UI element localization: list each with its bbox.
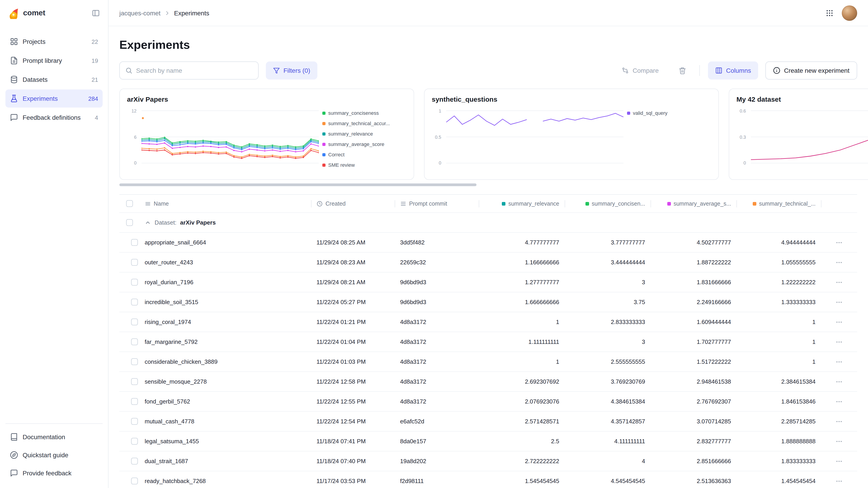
sidebar-item-quickstart-guide[interactable]: Quickstart guide [5, 447, 103, 464]
experiment-name-link[interactable]: incredible_soil_3515 [145, 299, 198, 305]
table-row[interactable]: legal_satsuma_145511/18/24 07:41 PM8da0e… [119, 431, 857, 451]
table-row[interactable]: sensible_mosque_227811/22/24 12:58 PM4d8… [119, 372, 857, 392]
table-row[interactable]: royal_durian_719611/29/24 08:21 AM9d6bd9… [119, 272, 857, 292]
chevron-up-icon[interactable] [145, 219, 151, 226]
row-checkbox[interactable] [131, 259, 138, 266]
column-header-created[interactable]: Created [311, 195, 395, 213]
experiment-name-link[interactable]: considerable_chicken_3889 [145, 358, 217, 365]
row-menu-button[interactable] [834, 277, 844, 288]
experiment-name-link[interactable]: rising_coral_1974 [145, 319, 191, 325]
row-menu-button[interactable] [834, 376, 844, 387]
breadcrumb-workspace[interactable]: jacques-comet [119, 9, 160, 17]
sidebar-item-documentation[interactable]: Documentation [5, 428, 103, 446]
prompt-commit-link[interactable]: 4d8a3172 [400, 319, 426, 325]
group-checkbox[interactable] [126, 219, 133, 226]
chart-card[interactable]: My 42 dataset0.60.30 [729, 89, 868, 180]
row-menu-button[interactable] [834, 436, 844, 447]
select-all-checkbox[interactable] [126, 200, 133, 207]
row-checkbox[interactable] [131, 478, 138, 484]
row-checkbox[interactable] [131, 378, 138, 385]
columns-button[interactable]: Columns [708, 61, 758, 79]
legend-item[interactable]: summary_relevance [322, 131, 398, 137]
row-menu-button[interactable] [834, 257, 844, 268]
experiment-name-link[interactable]: fond_gerbil_5762 [145, 398, 190, 405]
table-row[interactable]: dual_strait_168711/18/24 07:40 PM19a8d20… [119, 451, 857, 471]
legend-item[interactable]: summary_conciseness [322, 110, 398, 116]
create-new-experiment-button[interactable]: Create new experiment [766, 61, 857, 79]
row-checkbox[interactable] [131, 358, 138, 365]
legend-item[interactable]: SME review [322, 162, 398, 168]
row-menu-button[interactable] [834, 476, 844, 486]
prompt-commit-link[interactable]: 19a8d202 [400, 458, 426, 464]
chart-card[interactable]: arXiv Papers1260summary_concisenesssumma… [119, 89, 414, 180]
row-menu-button[interactable] [834, 356, 844, 367]
compare-button[interactable]: Compare [615, 61, 666, 79]
sidebar-item-feedback-definitions[interactable]: Feedback definitions4 [5, 108, 103, 127]
row-menu-button[interactable] [834, 336, 844, 347]
row-menu-button[interactable] [834, 297, 844, 307]
row-checkbox[interactable] [131, 338, 138, 345]
column-header-summary-relevance[interactable]: summary_relevance [479, 195, 565, 213]
table-row[interactable]: far_margarine_579211/22/24 01:04 PM4d8a3… [119, 332, 857, 352]
table-row[interactable]: ready_hatchback_726811/17/24 03:53 PMf2d… [119, 471, 857, 488]
prompt-commit-link[interactable]: e6afc52d [400, 418, 424, 425]
row-menu-button[interactable] [834, 317, 844, 327]
experiment-name-link[interactable]: royal_durian_7196 [145, 279, 193, 286]
sidebar-item-datasets[interactable]: Datasets21 [5, 70, 103, 89]
table-row[interactable]: appropriate_snail_666411/29/24 08:25 AM3… [119, 233, 857, 253]
sidebar-item-prompt-library[interactable]: Prompt library19 [5, 52, 103, 70]
experiment-name-link[interactable]: dual_strait_1687 [145, 458, 188, 464]
prompt-commit-link[interactable]: 4d8a3172 [400, 398, 426, 405]
row-checkbox[interactable] [131, 398, 138, 405]
row-checkbox[interactable] [131, 418, 138, 425]
prompt-commit-link[interactable]: 4d8a3172 [400, 338, 426, 345]
legend-item[interactable]: summary_average_score [322, 141, 398, 147]
apps-menu-button[interactable] [826, 9, 834, 17]
row-checkbox[interactable] [131, 239, 138, 246]
column-header-summary-conciseness[interactable]: summary_concisen... [565, 195, 651, 213]
experiment-name-link[interactable]: far_margarine_5792 [145, 338, 197, 345]
chart-card[interactable]: synthetic_questions10.50valid_sql_query [424, 89, 719, 180]
table-row[interactable]: fond_gerbil_576211/22/24 12:55 PM4d8a317… [119, 392, 857, 412]
experiment-name-link[interactable]: sensible_mosque_2278 [145, 378, 207, 385]
row-menu-button[interactable] [834, 396, 844, 407]
row-checkbox[interactable] [131, 279, 138, 286]
sidebar-item-provide-feedback[interactable]: Provide feedback [5, 464, 103, 482]
row-menu-button[interactable] [834, 456, 844, 466]
user-avatar[interactable] [842, 5, 857, 21]
prompt-commit-link[interactable]: 9d6bd9d3 [400, 299, 426, 305]
sidebar-item-experiments[interactable]: Experiments284 [5, 90, 103, 107]
prompt-commit-link[interactable]: 3dd5f482 [400, 239, 425, 246]
cards-scrollbar-thumb[interactable] [119, 184, 476, 186]
comet-logo[interactable]: comet [8, 7, 45, 19]
column-header-summary-technical[interactable]: summary_technical_... [737, 195, 821, 213]
experiment-name-link[interactable]: outer_router_4243 [145, 259, 193, 266]
legend-item[interactable]: Correct [322, 152, 398, 158]
prompt-commit-link[interactable]: 4d8a3172 [400, 378, 426, 385]
experiment-name-link[interactable]: appropriate_snail_6664 [145, 239, 206, 246]
row-checkbox[interactable] [131, 438, 138, 445]
experiment-name-link[interactable]: mutual_cash_4778 [145, 418, 194, 425]
row-menu-button[interactable] [834, 237, 844, 248]
experiment-name-link[interactable]: ready_hatchback_7268 [145, 478, 206, 484]
prompt-commit-link[interactable]: 4d8a3172 [400, 358, 426, 365]
search-input[interactable] [136, 67, 253, 74]
table-row[interactable]: rising_coral_197411/22/24 01:21 PM4d8a31… [119, 312, 857, 332]
row-checkbox[interactable] [131, 319, 138, 325]
row-checkbox[interactable] [131, 458, 138, 464]
cards-scrollbar[interactable] [119, 184, 857, 186]
table-row[interactable]: outer_router_424311/29/24 08:23 AM22659c… [119, 253, 857, 272]
table-row[interactable]: incredible_soil_351511/22/24 05:27 PM9d6… [119, 292, 857, 312]
row-checkbox[interactable] [131, 299, 138, 305]
table-row[interactable]: considerable_chicken_388911/22/24 01:03 … [119, 352, 857, 372]
legend-item[interactable]: summary_technical_accur... [322, 121, 398, 127]
collapse-sidebar-button[interactable] [92, 9, 100, 17]
filters-button[interactable]: Filters (0) [266, 61, 317, 79]
sidebar-item-projects[interactable]: Projects22 [5, 33, 103, 51]
row-menu-button[interactable] [834, 416, 844, 427]
legend-item[interactable]: valid_sql_query [627, 110, 703, 116]
prompt-commit-link[interactable]: 9d6bd9d3 [400, 279, 426, 286]
prompt-commit-link[interactable]: f2d98111 [400, 478, 424, 484]
table-row[interactable]: mutual_cash_477811/22/24 12:54 PMe6afc52… [119, 412, 857, 431]
delete-button[interactable] [673, 61, 691, 79]
